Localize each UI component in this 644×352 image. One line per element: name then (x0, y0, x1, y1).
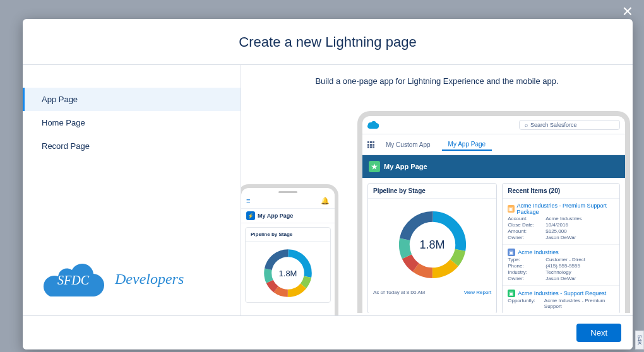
field-value: Jason DeWar (546, 235, 576, 240)
watermark-cloud-text: SFDC (39, 261, 107, 296)
field-value: $125,000 (546, 228, 566, 234)
pipeline-card: Pipeline by Stage (367, 183, 497, 313)
record-type-icon: ▣ (508, 290, 515, 297)
field-value: Acme Industries (546, 216, 581, 221)
search-input-mock: ⌕ Search Salesforce (519, 120, 620, 130)
pipeline-card-title: Pipeline by Stage (368, 184, 496, 199)
field-label: Owner: (508, 235, 537, 240)
modal-footer: Next (23, 315, 633, 349)
search-icon: ⌕ (525, 122, 528, 128)
phone-pipeline-card: Pipeline by Stage 1.8M (245, 227, 331, 303)
record-type-icon: ▣ (508, 205, 514, 213)
recent-item: ▣Acme Industries - Premium Support Packa… (503, 199, 619, 245)
tab-my-app-page: My App Page (442, 138, 492, 151)
field-label: Account: (508, 216, 537, 221)
preview-panel: Build a one-page app for Lightning Exper… (241, 65, 633, 315)
phone-speaker (278, 191, 297, 193)
recent-items-card: Recent Items (20) ▣Acme Industries - Pre… (502, 183, 620, 313)
field-label: Opportunity: (508, 298, 535, 309)
recent-items-title: Recent Items (20) (503, 184, 619, 199)
donut-center-value: 1.8M (395, 208, 470, 282)
phone-pipeline-title: Pipeline by Stage (246, 228, 330, 242)
watermark: SFDC Developers (39, 261, 184, 296)
field-label: Owner: (508, 276, 537, 281)
recent-item-title: Acme Industries (518, 249, 559, 255)
cloud-icon: SFDC (39, 261, 107, 296)
close-icon[interactable]: × (623, 1, 633, 21)
app-launcher-icon (367, 141, 374, 148)
phone-donut-value: 1.8M (261, 247, 314, 300)
page-type-sidebar: App Page Home Page Record Page SFDC Deve… (23, 65, 241, 315)
recent-item: ▣Acme IndustriesType:Customer - DirectPh… (503, 245, 619, 286)
create-page-modal: Create a new Lightning page App Page Hom… (23, 19, 633, 349)
star-icon: ★ (369, 161, 380, 172)
recent-item-title: Acme Industries - Premium Support Packag… (517, 202, 614, 215)
phone-mock: ≡ 🔔 ⚡ My App Page Pipeline by Stage (241, 184, 338, 315)
field-label: Close Date: (508, 222, 537, 228)
next-button[interactable]: Next (576, 324, 621, 342)
menu-icon: ≡ (246, 197, 250, 205)
corner-tag: 54K (635, 331, 644, 349)
field-value: Technology (546, 269, 571, 275)
modal-title: Create a new Lightning page (23, 19, 633, 64)
tab-custom-app: My Custom App (379, 139, 437, 151)
sidebar-item-home-page[interactable]: Home Page (23, 111, 241, 134)
sidebar-item-app-page[interactable]: App Page (23, 88, 241, 111)
donut-chart: 1.8M (395, 208, 470, 282)
phone-donut-chart: 1.8M (261, 247, 314, 300)
chart-timestamp: As of Today at 8:00 AM (373, 290, 425, 295)
page-title: My App Page (384, 163, 427, 170)
watermark-text: Developers (115, 271, 184, 288)
field-label: Amount: (508, 228, 537, 234)
field-value: Acme Industries - Premium Support (544, 298, 614, 309)
view-report-link: View Report (464, 290, 491, 295)
lightning-icon: ⚡ (246, 211, 255, 220)
field-label: Phone: (508, 263, 537, 269)
field-value: Jason DeWar (546, 276, 576, 281)
field-label: Industry: (508, 269, 537, 275)
recent-item: ▣Acme Industries - Support RequestOpport… (503, 286, 619, 313)
phone-page-title: My App Page (258, 213, 293, 219)
preview-description: Build a one-page app for Lightning Exper… (315, 76, 558, 86)
page-banner: ★ My App Page (362, 155, 625, 178)
tablet-mock: ⌕ Search Salesforce My Custom App My App… (357, 111, 630, 313)
field-label: Type: (508, 257, 537, 262)
salesforce-logo-icon (367, 121, 379, 129)
bell-icon: 🔔 (321, 197, 330, 205)
record-type-icon: ▣ (508, 249, 515, 256)
field-value: Customer - Direct (546, 257, 585, 262)
field-value: 10/4/2016 (546, 222, 568, 228)
recent-item-title: Acme Industries - Support Request (518, 290, 606, 296)
search-placeholder: Search Salesforce (530, 122, 577, 128)
sidebar-item-record-page[interactable]: Record Page (23, 134, 241, 158)
field-value: (415) 555-5555 (546, 263, 580, 269)
